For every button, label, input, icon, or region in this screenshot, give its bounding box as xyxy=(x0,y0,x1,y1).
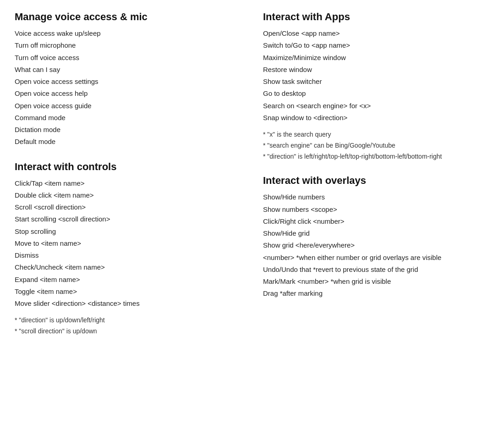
interact-apps-section: Interact with Apps Open/Close <app name>… xyxy=(263,11,489,162)
list-item: Dictation mode xyxy=(15,124,241,136)
list-item: Expand <item name> xyxy=(15,274,241,286)
list-item: Check/Uncheck <item name> xyxy=(15,261,241,273)
manage-voice-title: Manage voice access & mic xyxy=(15,11,241,23)
list-item: <number> *when either number or grid ove… xyxy=(263,252,489,264)
interact-overlays-section: Interact with overlays Show/Hide numbers… xyxy=(263,175,489,299)
interact-controls-section: Interact with controls Click/Tap <item n… xyxy=(15,161,241,337)
list-item: Search on <search engine> for <x> xyxy=(263,100,489,112)
list-item: Dismiss xyxy=(15,249,241,261)
list-item: Show numbers <scope> xyxy=(263,204,489,215)
list-item: Snap window to <direction> xyxy=(263,112,489,124)
list-item: Undo/Undo that *revert to previous state… xyxy=(263,264,489,276)
list-item: Open/Close <app name> xyxy=(263,28,489,39)
list-item: Scroll <scroll direction> xyxy=(15,201,241,213)
list-item: Move to <item name> xyxy=(15,238,241,249)
list-item: Go to desktop xyxy=(263,88,489,99)
list-item: Open voice access help xyxy=(15,88,241,99)
interact-overlays-list: Show/Hide numbers Show numbers <scope> C… xyxy=(263,191,489,299)
list-item: Switch to/Go to <app name> xyxy=(263,39,489,51)
list-item: Click/Right click <number> xyxy=(263,215,489,227)
list-item: Start scrolling <scroll direction> xyxy=(15,213,241,225)
list-item: Command mode xyxy=(15,112,241,124)
list-item: Open voice access settings xyxy=(15,76,241,88)
manage-voice-section: Manage voice access & mic Voice access w… xyxy=(15,11,241,148)
list-item: Move slider <direction> <distance> times xyxy=(15,298,241,309)
list-item: Show/Hide grid xyxy=(263,227,489,239)
list-item: Drag *after marking xyxy=(263,287,489,299)
list-item: Turn off voice access xyxy=(15,52,241,64)
list-item: Click/Tap <item name> xyxy=(15,177,241,189)
list-item: Maximize/Minimize window xyxy=(263,52,489,64)
controls-note-2: * "scroll direction" is up/down xyxy=(15,326,241,337)
list-item: Open voice access guide xyxy=(15,100,241,112)
apps-note-2: * "search engine" can be Bing/Google/You… xyxy=(263,140,489,151)
list-item: Stop scrolling xyxy=(15,226,241,238)
list-item: Restore window xyxy=(263,64,489,76)
manage-voice-list: Voice access wake up/sleep Turn off micr… xyxy=(15,28,241,148)
interact-controls-list: Click/Tap <item name> Double click <item… xyxy=(15,177,241,310)
list-item: What can I say xyxy=(15,64,241,76)
list-item: Show grid <here/everywhere> xyxy=(263,239,489,251)
list-item: Mark/Mark <number> *when grid is visible xyxy=(263,276,489,287)
controls-notes: * "direction" is up/down/left/right * "s… xyxy=(15,315,241,337)
apps-notes: * "x" is the search query * "search engi… xyxy=(263,129,489,162)
list-item: Turn off microphone xyxy=(15,39,241,51)
interact-apps-list: Open/Close <app name> Switch to/Go to <a… xyxy=(263,28,489,124)
list-item: Show/Hide numbers xyxy=(263,191,489,203)
apps-note-3: * "direction" is left/right/top-left/top… xyxy=(263,151,489,162)
apps-note-1: * "x" is the search query xyxy=(263,129,489,140)
controls-note-1: * "direction" is up/down/left/right xyxy=(15,315,241,326)
list-item: Toggle <item name> xyxy=(15,286,241,298)
list-item: Default mode xyxy=(15,136,241,148)
interact-apps-title: Interact with Apps xyxy=(263,11,489,23)
list-item: Double click <item name> xyxy=(15,189,241,201)
list-item: Voice access wake up/sleep xyxy=(15,28,241,39)
interact-controls-title: Interact with controls xyxy=(15,161,241,173)
list-item: Show task switcher xyxy=(263,76,489,88)
interact-overlays-title: Interact with overlays xyxy=(263,175,489,187)
